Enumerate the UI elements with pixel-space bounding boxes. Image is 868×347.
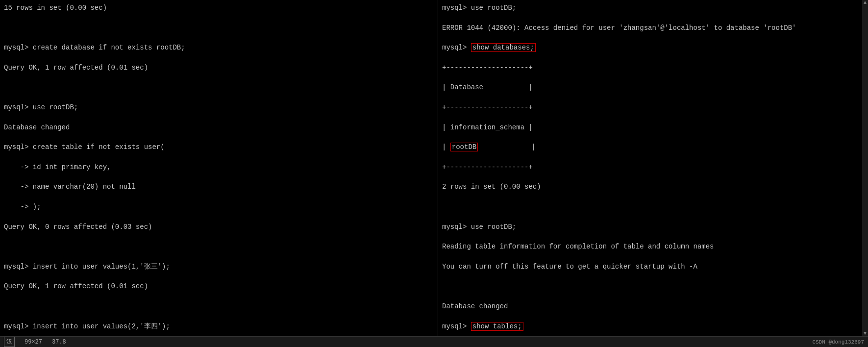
- left-pane-content: 15 rows in set (0.00 sec) mysql> create …: [4, 3, 434, 336]
- bottom-bar: 汉 99×27 37.8 CSDN @dong132697: [0, 336, 868, 347]
- line: mysql> insert into user values(2,'李四');: [4, 322, 434, 331]
- line: +--------------------+: [442, 63, 858, 73]
- line: +--------------------+: [442, 102, 858, 112]
- right-scrollbar[interactable]: ▲ ▼: [862, 0, 868, 336]
- scroll-down-arrow[interactable]: ▼: [862, 331, 868, 336]
- line: mysql> use rootDB;: [4, 102, 434, 112]
- show-tables-line: mysql> show tables;: [442, 322, 858, 331]
- line: [4, 242, 434, 251]
- line: mysql> create database if not exists roo…: [4, 43, 434, 52]
- show-databases-line: mysql> show databases;: [442, 43, 858, 52]
- line: mysql> create table if not exists user(: [4, 142, 434, 152]
- left-pane: 15 rows in set (0.00 sec) mysql> create …: [0, 0, 438, 336]
- line: [442, 202, 858, 212]
- line: [4, 23, 434, 33]
- line: +--------------------+: [442, 162, 858, 172]
- line: Database changed: [4, 123, 434, 132]
- line: mysql> use rootDB;: [442, 222, 858, 232]
- coords: 99×27: [25, 339, 42, 346]
- line: [4, 82, 434, 92]
- line: | Database |: [442, 82, 858, 92]
- line: 2 rows in set (0.00 sec): [442, 182, 858, 192]
- watermark: CSDN @dong132697: [812, 339, 864, 345]
- line: mysql> insert into user values(1,'张三');: [4, 262, 434, 272]
- right-pane-content: mysql> use rootDB; ERROR 1044 (42000): A…: [442, 3, 858, 336]
- line: mysql> use rootDB;: [442, 3, 858, 13]
- line: Reading table information for completion…: [442, 242, 858, 251]
- right-pane-wrapper: mysql> use rootDB; ERROR 1044 (42000): A…: [438, 0, 868, 336]
- line: [442, 281, 858, 291]
- line: -> name varchar(20) not null: [4, 182, 434, 192]
- line: Query OK, 1 row affected (0.01 sec): [4, 63, 434, 73]
- lang-indicator: 汉: [4, 337, 15, 347]
- right-pane: mysql> use rootDB; ERROR 1044 (42000): A…: [438, 0, 862, 336]
- bottom-left: 汉 99×27 37.8: [4, 337, 66, 347]
- scroll-up-arrow[interactable]: ▲: [862, 0, 868, 5]
- zoom-level: 37.8: [52, 339, 66, 346]
- line: ERROR 1044 (42000): Access denied for us…: [442, 23, 858, 33]
- line: Query OK, 1 row affected (0.01 sec): [4, 281, 434, 291]
- terminal-container: 15 rows in set (0.00 sec) mysql> create …: [0, 0, 868, 336]
- line: [4, 301, 434, 311]
- line: Database changed: [442, 301, 858, 311]
- line: 15 rows in set (0.00 sec): [4, 3, 434, 13]
- line: | information_schema |: [442, 123, 858, 132]
- line: You can turn off this feature to get a q…: [442, 262, 858, 272]
- line: -> id int primary key,: [4, 162, 434, 172]
- line: Query OK, 0 rows affected (0.03 sec): [4, 222, 434, 232]
- rootdb-highlight-line: | rootDB |: [442, 142, 858, 152]
- line: -> );: [4, 202, 434, 212]
